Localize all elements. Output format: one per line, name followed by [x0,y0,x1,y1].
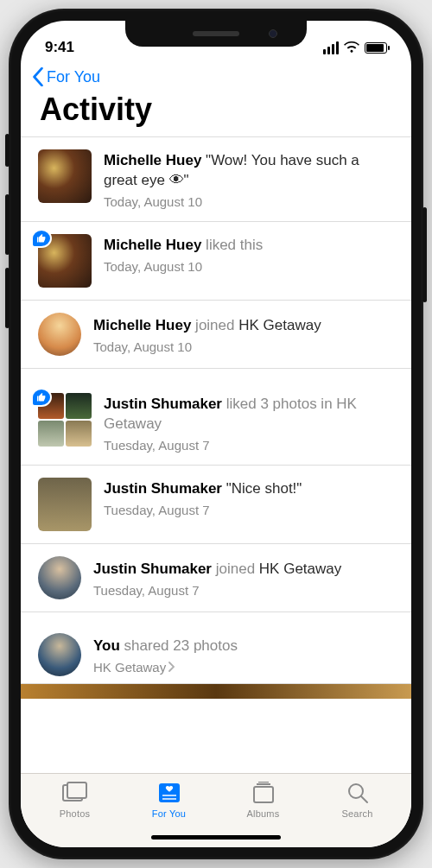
activity-row[interactable]: You shared 23 photos HK Getaway [21,611,411,683]
activity-date: Today, August 10 [104,194,396,209]
tab-photos[interactable]: Photos [41,781,110,847]
device-frame: 9:41 For You Activity Michelle Huey "Wow… [9,9,423,859]
screen: 9:41 For You Activity Michelle Huey "Wow… [21,21,411,847]
like-badge-icon [31,229,52,248]
back-label: For You [47,68,100,86]
photo-thumbnail [38,149,92,203]
search-icon [345,781,371,805]
svg-line-9 [361,796,367,802]
activity-list[interactable]: Michelle Huey "Wow! You have such a grea… [21,136,411,773]
status-time: 9:41 [45,39,74,56]
activity-text: Justin Shumaker joined HK Getaway [93,560,396,580]
avatar [38,556,81,599]
photo-strip [21,683,411,699]
for-you-icon [156,781,182,805]
activity-text: Michelle Huey liked this [104,236,396,256]
chevron-left-icon [31,67,45,86]
activity-text: Michelle Huey "Wow! You have such a grea… [104,151,396,191]
svg-rect-5 [254,787,273,802]
photo-thumbnail [38,478,92,531]
activity-row[interactable]: Michelle Huey liked this Today, August 1… [21,221,411,300]
activity-date: Today, August 10 [93,339,396,354]
activity-row[interactable]: Justin Shumaker joined HK Getaway Tuesda… [21,543,411,611]
activity-date: Today, August 10 [104,259,396,274]
avatar [38,633,81,676]
activity-text: Justin Shumaker liked 3 photos in HK Get… [104,395,396,434]
cellular-signal-icon [323,41,339,54]
activity-row[interactable]: Justin Shumaker liked 3 photos in HK Get… [21,368,411,465]
activity-row[interactable]: Michelle Huey joined HK Getaway Today, A… [21,300,411,368]
activity-row[interactable]: Justin Shumaker "Nice shot!" Tuesday, Au… [21,465,411,543]
chevron-right-icon [168,662,176,672]
photos-icon [62,781,88,805]
activity-date: Tuesday, August 7 [104,438,396,453]
svg-rect-1 [67,782,86,798]
albums-icon [251,781,276,805]
avatar [38,313,81,356]
activity-row[interactable]: Michelle Huey "Wow! You have such a grea… [21,136,411,221]
activity-text: You shared 23 photos [93,637,396,656]
activity-date: Tuesday, August 7 [93,583,396,598]
home-indicator[interactable] [151,835,281,839]
back-button[interactable]: For You [21,62,411,88]
activity-album-link[interactable]: HK Getaway [93,660,396,675]
battery-icon [365,42,387,54]
notch [125,21,307,47]
activity-text: Michelle Huey joined HK Getaway [93,316,396,336]
wifi-icon [344,41,359,54]
page-title: Activity [21,88,411,136]
activity-date: Tuesday, August 7 [104,503,396,517]
activity-text: Justin Shumaker "Nice shot!" [104,479,396,499]
like-badge-icon [31,388,52,407]
tab-search[interactable]: Search [323,781,392,847]
